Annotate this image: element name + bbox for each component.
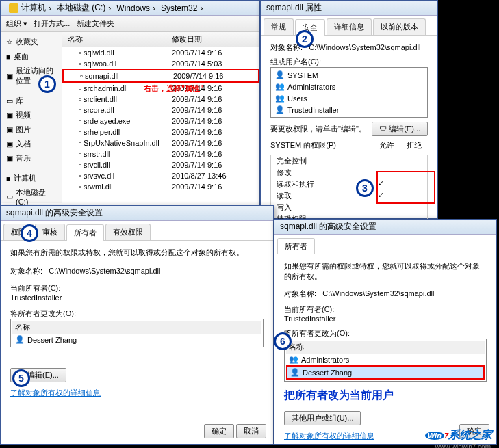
group-users[interactable]: 👥 Users xyxy=(272,92,426,104)
ok-button-left[interactable]: 确定 xyxy=(204,424,234,438)
col-date: 修改日期 xyxy=(172,34,202,44)
obj-label: 对象名称: xyxy=(10,267,42,275)
tab-audit[interactable]: 审核 xyxy=(35,224,65,240)
object-name-value: C:\Windows\System32\sqmapi.dll xyxy=(309,43,420,51)
owner-panel-left: 如果您有所需的权限或特权，您就可以取得或分配这个对象的所有权。 对象名称: C:… xyxy=(1,241,273,405)
col-name: 名称 xyxy=(62,34,172,44)
change-owner-annotation: 把所有者改为当前用户 xyxy=(284,388,487,403)
advsec-right-tabs: 所有者 xyxy=(274,235,496,254)
file-row[interactable]: ▫ srclient.dll2009/7/14 9:16 xyxy=(62,94,259,105)
file-row[interactable]: ▫ srwmi.dll2009/7/14 9:16 xyxy=(62,181,259,192)
groups-listbox[interactable]: 👤 SYSTEM 👥 Administrators 👥 Users 👤 Trus… xyxy=(270,67,428,118)
advanced-security-right: sqmapi.dll 的高级安全设置 所有者 如果您有所需的权限或特权，您就可以… xyxy=(274,219,497,445)
owner-hint-right: 如果您有所需的权限或特权，您就可以取得或分配这个对象的所有权。 xyxy=(284,261,487,282)
explorer-sidebar: ☆ 收藏夹 ■ 桌面 ▣ 最近访问的位置 ▭ 库 ▣ 视频 ▣ 图片 ▣ 文档 … xyxy=(1,32,62,203)
learn-ownership-link-right[interactable]: 了解对象所有权的详细信息 xyxy=(284,432,374,440)
step-4-badge: 4 xyxy=(21,224,38,242)
change-owner-label: 将所有者更改为(O): xyxy=(10,308,264,319)
breadcrumb-system32[interactable]: System32 › xyxy=(158,3,205,13)
file-row[interactable]: ▫ srdelayed.exe2009/7/14 9:16 xyxy=(62,116,259,127)
sidebar-music[interactable]: ▣ 音乐 xyxy=(3,151,59,166)
file-row[interactable]: ▫ srhelper.dll2009/7/14 9:16 xyxy=(62,127,259,137)
breadcrumb-disk[interactable]: 本地磁盘 (C:) › xyxy=(54,2,114,14)
advsec-left-tabs: 权限 审核 所有者 有效权限 xyxy=(1,221,273,241)
organize-menu[interactable]: 组织 xyxy=(6,19,21,27)
other-users-button[interactable]: 其他用户或组(U)... xyxy=(284,411,361,425)
groups-label: 组或用户名(G): xyxy=(270,57,428,67)
tab-general[interactable]: 常规 xyxy=(264,18,294,35)
sidebar-videos[interactable]: ▣ 视频 xyxy=(3,108,59,122)
watermark-url: www.winwin7.com xyxy=(435,443,491,448)
tab-previous[interactable]: 以前的版本 xyxy=(373,18,426,35)
file-row[interactable]: ▫ sqlwid.dll2009/7/14 9:16 xyxy=(62,47,259,58)
explorer-window: 计算机 › 本地磁盘 (C:) › Windows › System32 › 组… xyxy=(0,0,260,205)
sidebar-libraries[interactable]: ▭ 库 xyxy=(3,94,59,108)
owner-name-header-right: 名称 xyxy=(286,341,485,354)
breadcrumb-computer[interactable]: 计算机 › xyxy=(6,2,54,14)
sidebar-desktop[interactable]: ■ 桌面 xyxy=(3,49,59,64)
file-row[interactable]: ▫ sqmapi.dll2009/7/14 9:16 xyxy=(62,69,259,83)
context-menu-annotation: 右击，选择"属性" xyxy=(144,83,203,94)
sidebar-documents[interactable]: ▣ 文档 xyxy=(3,137,59,151)
owner-option-user[interactable]: 👤 Dessert Zhang xyxy=(12,334,261,345)
sidebar-favorites[interactable]: ☆ 收藏夹 xyxy=(3,35,59,49)
current-owner-value: TrustedInstaller xyxy=(10,293,264,302)
tab-effective[interactable]: 有效权限 xyxy=(105,224,151,240)
owner-hint: 如果您有所需的权限或特权，您就可以取得或分配这个对象的所有权。 xyxy=(10,248,264,258)
openwith-menu[interactable]: 打开方式... xyxy=(34,19,70,27)
deny-header: 拒绝 xyxy=(400,140,428,150)
obj-value-right: C:\Windows\System32\sqmapi.dll xyxy=(322,289,434,298)
current-owner-label: 当前所有者(C): xyxy=(10,283,264,293)
perm-for-label: SYSTEM 的权限(P) xyxy=(270,140,373,150)
sidebar-pictures[interactable]: ▣ 图片 xyxy=(3,122,59,137)
file-row[interactable]: ▫ srvsvc.dll2010/8/27 13:46 xyxy=(62,170,259,181)
watermark-brand: Win7Win7系统之家系统之家 xyxy=(425,428,492,443)
file-row[interactable]: ▫ srcore.dll2009/7/14 9:16 xyxy=(62,105,259,116)
explorer-toolbar: 组织 ▾ 打开方式... 新建文件夹 xyxy=(1,16,259,32)
step-3-badge: 3 xyxy=(356,179,374,197)
newfolder-btn[interactable]: 新建文件夹 xyxy=(77,19,114,27)
step-5-badge: 5 xyxy=(12,369,30,387)
file-row[interactable]: ▫ sqlwoa.dll2009/7/14 5:03 xyxy=(62,58,259,69)
sidebar-computer[interactable]: ■ 计算机 xyxy=(3,171,59,185)
advanced-button-highlight xyxy=(376,171,435,204)
file-list-header[interactable]: 名称 修改日期 xyxy=(62,32,259,47)
edit-permissions-button[interactable]: 🛡 编辑(E)... xyxy=(372,122,428,136)
tab-owner[interactable]: 所有者 xyxy=(66,224,104,241)
allow-header: 允许 xyxy=(373,140,400,150)
owner-name-header: 名称 xyxy=(12,321,261,334)
tab-details[interactable]: 详细信息 xyxy=(327,18,372,35)
properties-titlebar: sqmapi.dll 属性 xyxy=(261,1,437,16)
breadcrumb-windows[interactable]: Windows › xyxy=(114,3,158,13)
tab-owner-right[interactable]: 所有者 xyxy=(277,238,315,254)
edit-hint: 要更改权限，请单击"编辑"。 xyxy=(270,124,366,134)
owner-option-admins[interactable]: 👥 Administrators xyxy=(286,354,485,365)
advsec-left-titlebar: sqmapi.dll 的高级安全设置 xyxy=(1,206,273,221)
group-trustedinstaller[interactable]: 👤 TrustedInstaller xyxy=(272,104,426,116)
learn-ownership-link[interactable]: 了解对象所有权的详细信息 xyxy=(10,388,101,397)
change-owner-label-right: 将所有者更改为(O): xyxy=(284,328,487,339)
current-owner-value-right: TrustedInstaller xyxy=(284,315,487,323)
cancel-button-left[interactable]: 取消 xyxy=(236,424,266,438)
step-1-badge: 1 xyxy=(38,75,56,93)
current-owner-label-right: 当前所有者(C): xyxy=(284,304,487,315)
group-system[interactable]: 👤 SYSTEM xyxy=(272,69,426,81)
advsec-right-titlebar: sqmapi.dll 的高级安全设置 xyxy=(274,220,496,235)
obj-value: C:\Windows\System32\sqmapi.dll xyxy=(49,267,160,275)
computer-icon xyxy=(9,3,18,13)
group-administrators[interactable]: 👥 Administrators xyxy=(272,81,426,92)
properties-tabs: 常规 安全 详细信息 以前的版本 xyxy=(261,16,437,36)
file-row[interactable]: ▫ SrpUxNativeSnapIn.dll2009/7/14 9:16 xyxy=(62,137,259,148)
owner-listbox-right[interactable]: 名称 👥 Administrators 👤 Dessert Zhang xyxy=(284,339,487,382)
explorer-titlebar: 计算机 › 本地磁盘 (C:) › Windows › System32 › xyxy=(1,1,259,16)
owner-listbox-left[interactable]: 名称 👤 Dessert Zhang xyxy=(10,319,264,347)
file-row[interactable]: ▫ srrstr.dll2009/7/14 9:16 xyxy=(62,148,259,159)
step-6-badge: 6 xyxy=(274,332,292,350)
file-row[interactable]: ▫ srvcli.dll2009/7/14 9:16 xyxy=(62,159,259,170)
advanced-security-left: sqmapi.dll 的高级安全设置 权限 审核 所有者 有效权限 如果您有所需… xyxy=(0,205,274,445)
file-list: 名称 修改日期 ▫ sqlwid.dll2009/7/14 9:16▫ sqlw… xyxy=(62,32,259,203)
owner-option-current-user[interactable]: 👤 Dessert Zhang xyxy=(286,365,485,380)
owner-panel-right: 如果您有所需的权限或特权，您就可以取得或分配这个对象的所有权。 对象名称: C:… xyxy=(274,254,496,448)
obj-label-right: 对象名称: xyxy=(284,289,316,298)
step-2-badge: 2 xyxy=(296,30,314,48)
